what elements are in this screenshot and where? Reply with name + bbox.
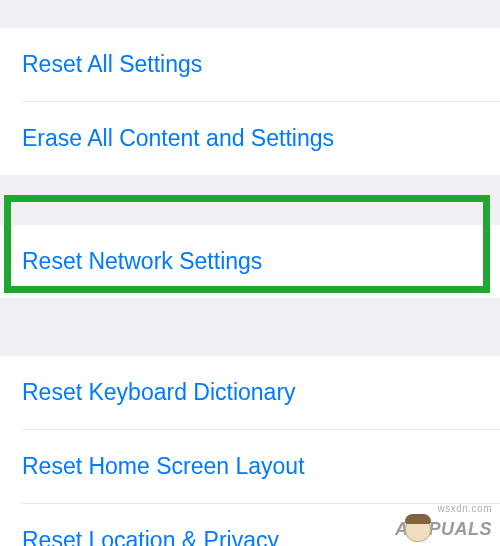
reset-section-3: Reset Keyboard Dictionary Reset Home Scr… <box>0 356 500 546</box>
reset-keyboard-dictionary-row[interactable]: Reset Keyboard Dictionary <box>0 356 500 429</box>
erase-all-content-label: Erase All Content and Settings <box>22 125 334 151</box>
erase-all-content-row[interactable]: Erase All Content and Settings <box>0 102 500 175</box>
reset-network-settings-row[interactable]: Reset Network Settings <box>0 225 500 298</box>
reset-network-settings-label: Reset Network Settings <box>22 248 262 274</box>
reset-home-screen-label: Reset Home Screen Layout <box>22 453 305 479</box>
section-gap-small <box>0 298 500 306</box>
reset-section-2: Reset Network Settings <box>0 225 500 298</box>
section-gap-1 <box>0 175 500 225</box>
reset-location-privacy-label: Reset Location & Privacy <box>22 527 279 546</box>
top-gap <box>0 0 500 28</box>
reset-location-privacy-row[interactable]: Reset Location & Privacy <box>0 504 500 546</box>
reset-keyboard-dictionary-label: Reset Keyboard Dictionary <box>22 379 296 405</box>
reset-all-settings-row[interactable]: Reset All Settings <box>0 28 500 101</box>
reset-all-settings-label: Reset All Settings <box>22 51 202 77</box>
reset-home-screen-row[interactable]: Reset Home Screen Layout <box>0 430 500 503</box>
reset-section-1: Reset All Settings Erase All Content and… <box>0 28 500 175</box>
section-gap-2 <box>0 306 500 356</box>
